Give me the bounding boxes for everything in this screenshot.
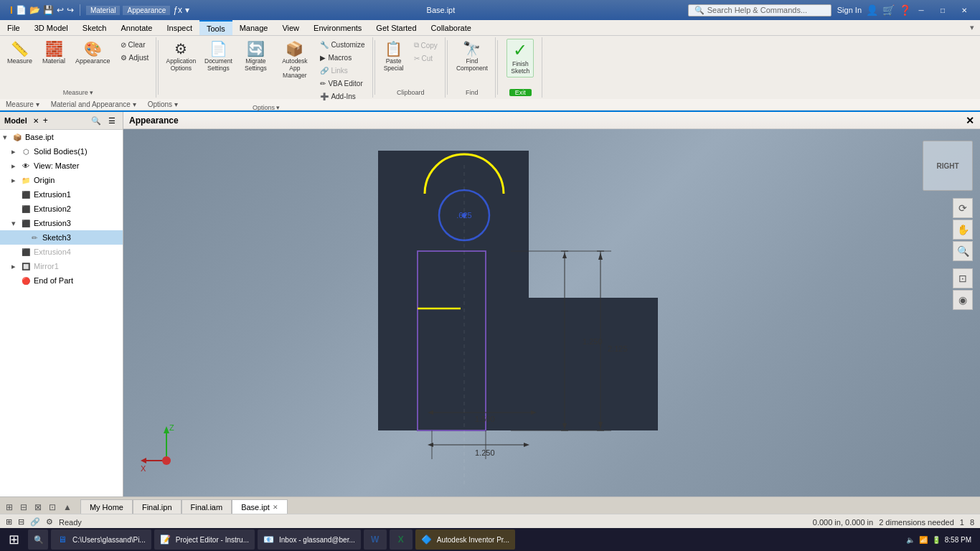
- material-dropdown[interactable]: Material: [86, 6, 121, 15]
- taskbar-inventor[interactable]: 🔷 Autodesk Inventor Pr...: [415, 529, 515, 550]
- view-btn-2[interactable]: ⊟: [17, 501, 30, 514]
- taskbar-search-btn[interactable]: 🔍: [28, 529, 48, 550]
- status-icon-3[interactable]: 🔗: [30, 517, 40, 527]
- status-icon-1[interactable]: ⊞: [6, 517, 12, 527]
- zoom-all-btn[interactable]: ⊡: [953, 268, 973, 288]
- tab-base-ipt-close[interactable]: ✕: [273, 504, 278, 511]
- tree-item-end-of-part[interactable]: 🔴 End of Part: [0, 273, 123, 288]
- measure-expand-icon[interactable]: ▾: [90, 89, 93, 96]
- orbit-btn[interactable]: ⟳: [953, 198, 973, 218]
- appearance-btn[interactable]: 🎨 Appearance: [71, 39, 115, 67]
- close-btn[interactable]: ✕: [954, 3, 974, 17]
- tree-item-sketch3[interactable]: ✏ Sketch3: [0, 230, 123, 245]
- sys-icon-3[interactable]: 🔋: [932, 536, 941, 544]
- options-expand-icon[interactable]: ▾: [276, 104, 280, 111]
- find-component-btn[interactable]: 🔭 FindComponent: [452, 39, 492, 75]
- store-icon[interactable]: 🛒: [882, 4, 895, 16]
- taskbar-excel[interactable]: X: [390, 529, 413, 550]
- restore-btn[interactable]: □: [933, 3, 953, 17]
- tab-final-ipn[interactable]: Final.ipn: [133, 499, 182, 514]
- sys-icon-1[interactable]: 🔈: [906, 536, 915, 544]
- menu-manage[interactable]: Manage: [232, 20, 275, 35]
- menu-3dmodel[interactable]: 3D Model: [27, 20, 75, 35]
- signin-btn[interactable]: Sign In: [837, 6, 862, 14]
- view-btn-5[interactable]: ▲: [60, 501, 75, 514]
- tree-item-origin[interactable]: ▸ 📁 Origin: [0, 173, 123, 187]
- menu-view[interactable]: View: [275, 20, 306, 35]
- tree-item-solid-bodies[interactable]: ▸ ⬡ Solid Bodies(1): [0, 144, 123, 159]
- tree-item-extrusion2[interactable]: ⬛ Extrusion2: [0, 202, 123, 216]
- appearance-dropdown[interactable]: Appearance: [123, 6, 170, 15]
- tab-base-ipt[interactable]: Base.ipt ✕: [232, 499, 288, 514]
- view-btn-3[interactable]: ⊠: [32, 501, 44, 514]
- open-btn[interactable]: 📂: [29, 5, 40, 15]
- zoom-btn[interactable]: 🔍: [953, 241, 973, 261]
- view-cube[interactable]: RIGHT: [923, 141, 973, 191]
- search-bar[interactable]: 🔍 Search Help & Commands...: [688, 4, 831, 17]
- taskbar-project-editor[interactable]: 📝 Project Editor - Instru...: [154, 529, 255, 550]
- vba-editor-btn[interactable]: ✏ VBA Editor: [316, 77, 369, 90]
- menu-sketch[interactable]: Sketch: [75, 20, 114, 35]
- sidebar-close-tab[interactable]: ✕: [33, 117, 39, 125]
- macros-btn[interactable]: ▶ Macros: [316, 52, 369, 64]
- tree-item-view-master[interactable]: ▸ 👁 View: Master: [0, 159, 123, 173]
- menu-environments[interactable]: Environments: [306, 20, 369, 35]
- view-btn-4[interactable]: ⊡: [46, 501, 59, 514]
- addins-btn[interactable]: ➕ Add-Ins: [316, 90, 369, 103]
- start-btn[interactable]: ⊞: [3, 529, 25, 550]
- finish-sketch-btn[interactable]: ✓ FinishSketch: [507, 39, 534, 77]
- material-btn[interactable]: 🧱 Material: [38, 39, 70, 67]
- migrate-settings-btn[interactable]: 🔄 Migrate Settings: [237, 39, 273, 75]
- menu-inspect[interactable]: Inspect: [160, 20, 199, 35]
- sys-icon-2[interactable]: 📶: [919, 536, 928, 544]
- doc-settings-btn[interactable]: 📄 Document Settings: [200, 39, 236, 75]
- tree-item-extrusion1[interactable]: ⬛ Extrusion1: [0, 187, 123, 202]
- measure-section-label[interactable]: Measure ▾: [6, 100, 39, 108]
- new-btn[interactable]: 📄: [16, 5, 27, 15]
- minimize-btn[interactable]: ─: [911, 3, 931, 17]
- tree-item-mirror1[interactable]: ▸ 🔲 Mirror1: [0, 259, 123, 273]
- app-options-btn[interactable]: ⚙ Application Options: [163, 39, 199, 75]
- sidebar-search-btn[interactable]: 🔍: [90, 114, 103, 127]
- paste-special-btn[interactable]: 📋 PasteSpecial: [380, 39, 408, 75]
- view-btn-1[interactable]: ⊞: [3, 501, 16, 514]
- menu-file[interactable]: File: [0, 20, 27, 35]
- tab-final-iam[interactable]: Final.iam: [182, 499, 232, 514]
- tree-item-extrusion3[interactable]: ▾ ⬛ Extrusion3: [0, 216, 123, 230]
- status-icon-4[interactable]: ⚙: [46, 517, 53, 527]
- links-btn[interactable]: 🔗 Links: [316, 65, 369, 77]
- material-section-label[interactable]: Material and Appearance ▾: [51, 100, 136, 108]
- taskbar-inbox[interactable]: 📧 Inbox - glassand@ber...: [258, 529, 361, 550]
- undo-btn[interactable]: ↩: [57, 5, 64, 15]
- measure-btn[interactable]: 📏 Measure: [3, 39, 37, 67]
- canvas-area[interactable]: Appearance ✕ .625: [123, 112, 980, 496]
- options-section-label[interactable]: Options ▾: [148, 100, 178, 108]
- tree-item-extrusion4[interactable]: ⬛ Extrusion4: [0, 245, 123, 259]
- fx-btn[interactable]: ƒx: [173, 5, 182, 15]
- cut-btn[interactable]: ✂ Cut: [410, 52, 442, 65]
- copy-btn[interactable]: ⧉ Copy: [410, 39, 442, 52]
- pan-btn[interactable]: ✋: [953, 220, 973, 240]
- app-logo[interactable]: I: [10, 4, 13, 16]
- look-at-btn[interactable]: ◉: [953, 290, 973, 310]
- account-icon[interactable]: 👤: [866, 4, 878, 16]
- sidebar-menu-btn[interactable]: ☰: [105, 114, 118, 127]
- tab-my-home[interactable]: My Home: [80, 499, 133, 514]
- expand-ribbon-btn[interactable]: ▾: [970, 23, 974, 32]
- sidebar-add-tab[interactable]: +: [43, 116, 48, 126]
- menu-tools[interactable]: Tools: [199, 20, 232, 35]
- menu-getstarted[interactable]: Get Started: [369, 20, 423, 35]
- redo-btn[interactable]: ↪: [67, 5, 74, 15]
- help-icon[interactable]: ❓: [899, 4, 911, 16]
- adjust-btn[interactable]: ⚙ Adjust: [116, 52, 154, 64]
- save-btn[interactable]: 💾: [43, 5, 54, 15]
- customize-btn[interactable]: 🔧 Customize: [316, 39, 369, 51]
- taskbar-word[interactable]: W: [364, 529, 387, 550]
- app-manager-btn[interactable]: 📦 Autodesk App Manager: [275, 39, 314, 82]
- status-icon-2[interactable]: ⊟: [18, 517, 24, 527]
- clear-btn[interactable]: ⊘ Clear: [116, 39, 154, 51]
- menu-collaborate[interactable]: Collaborate: [424, 20, 479, 35]
- tree-item-base[interactable]: ▾ 📦 Base.ipt: [0, 130, 123, 144]
- menu-annotate[interactable]: Annotate: [113, 20, 159, 35]
- more-btn[interactable]: ▾: [185, 5, 189, 15]
